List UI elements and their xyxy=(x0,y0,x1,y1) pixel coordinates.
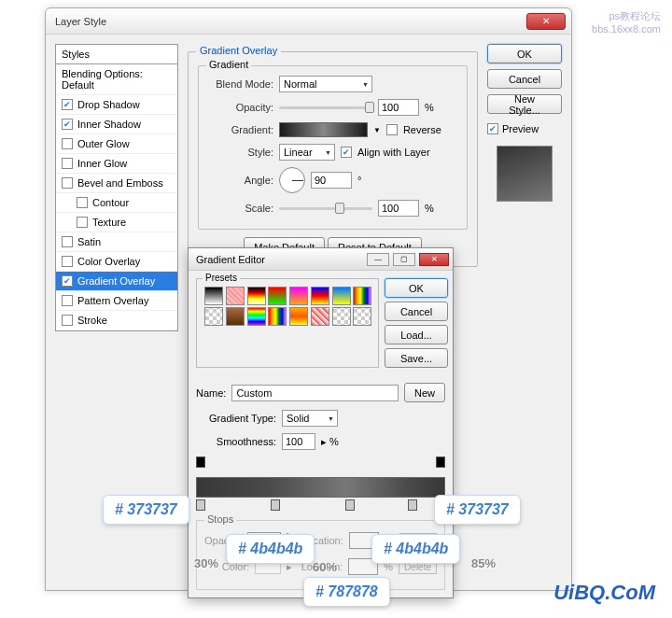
callout-color-1: # 373737 xyxy=(103,495,189,525)
styles-list: Blending Options: Default ✔Drop Shadow ✔… xyxy=(55,64,178,331)
checkbox-icon[interactable] xyxy=(62,158,73,169)
style-inner-glow[interactable]: Inner Glow xyxy=(56,154,177,174)
checkbox-icon[interactable] xyxy=(77,197,88,208)
scale-label: Scale: xyxy=(208,203,273,214)
new-style-button[interactable]: New Style... xyxy=(487,94,562,114)
style-outer-glow[interactable]: Outer Glow xyxy=(56,134,177,154)
close-button[interactable]: ✕ xyxy=(526,13,566,30)
ok-button[interactable]: OK xyxy=(487,44,562,63)
preset-swatch[interactable] xyxy=(332,307,351,326)
preset-swatch[interactable] xyxy=(204,287,223,305)
checkbox-icon[interactable] xyxy=(62,256,73,267)
preset-swatch[interactable] xyxy=(289,287,308,305)
opacity-stop[interactable] xyxy=(436,456,445,468)
style-color-overlay[interactable]: Color Overlay xyxy=(56,252,177,272)
preset-swatch[interactable] xyxy=(353,307,371,326)
reverse-checkbox[interactable] xyxy=(386,124,398,135)
preset-swatch[interactable] xyxy=(247,307,266,326)
style-gradient-overlay[interactable]: ✔Gradient Overlay xyxy=(56,272,177,291)
preset-swatch[interactable] xyxy=(268,287,287,305)
ge-ok-button[interactable]: OK xyxy=(385,278,448,298)
type-select[interactable]: Solid xyxy=(282,410,338,427)
opacity-slider[interactable] xyxy=(279,106,372,109)
gradient-label: Gradient: xyxy=(208,124,273,135)
checkbox-icon[interactable]: ✔ xyxy=(62,119,73,130)
logo: UiBQ.CoM xyxy=(553,581,655,605)
pct-85: 85% xyxy=(471,556,496,570)
checkbox-icon[interactable] xyxy=(62,295,73,306)
preset-swatch[interactable] xyxy=(247,287,266,305)
name-input[interactable] xyxy=(231,385,399,401)
scale-slider[interactable] xyxy=(279,207,372,210)
ge-save-button[interactable]: Save... xyxy=(385,348,448,368)
blend-mode-select[interactable]: Normal xyxy=(279,76,372,92)
style-texture[interactable]: Texture xyxy=(56,213,177,232)
style-contour[interactable]: Contour xyxy=(56,193,177,213)
style-label: Style: xyxy=(208,147,273,158)
gradient-swatch[interactable] xyxy=(279,122,368,137)
callout-color-5: # 787878 xyxy=(303,577,390,607)
preset-swatch[interactable] xyxy=(268,307,287,326)
scale-input[interactable] xyxy=(378,200,419,217)
ge-close-button[interactable]: ✕ xyxy=(419,253,449,266)
preset-swatch[interactable] xyxy=(353,287,371,305)
style-pattern-overlay[interactable]: Pattern Overlay xyxy=(56,291,177,311)
checkbox-icon[interactable]: ✔ xyxy=(62,275,73,287)
type-label: Gradient Type: xyxy=(196,413,276,424)
style-stroke[interactable]: Stroke xyxy=(56,311,177,330)
color-stop[interactable] xyxy=(408,499,417,511)
preset-swatch[interactable] xyxy=(289,307,308,326)
checkbox-icon[interactable] xyxy=(77,217,88,228)
checkbox-icon[interactable]: ✔ xyxy=(62,99,73,110)
style-select[interactable]: Linear xyxy=(279,144,335,161)
dropdown-icon[interactable]: ▼ xyxy=(373,126,381,134)
style-bevel-emboss[interactable]: Bevel and Emboss xyxy=(56,174,177,193)
checkbox-icon[interactable] xyxy=(62,177,73,189)
align-checkbox[interactable]: ✔ xyxy=(341,147,352,158)
preset-swatch[interactable] xyxy=(332,287,351,305)
gradient-bar[interactable] xyxy=(196,477,445,498)
preset-swatch[interactable] xyxy=(204,307,223,326)
ge-new-button[interactable]: New xyxy=(404,383,445,402)
ge-load-button[interactable]: Load... xyxy=(385,325,448,344)
angle-dial[interactable] xyxy=(279,167,305,193)
minimize-button[interactable]: — xyxy=(367,253,389,266)
color-stops[interactable] xyxy=(196,499,445,513)
ge-titlebar[interactable]: Gradient Editor — ▢ ✕ xyxy=(189,248,453,271)
gradient-overlay-group: Gradient Overlay Gradient Blend Mode: No… xyxy=(188,51,478,267)
checkbox-icon[interactable] xyxy=(62,236,73,247)
color-stop[interactable] xyxy=(271,499,280,511)
styles-header[interactable]: Styles xyxy=(55,44,178,64)
style-satin[interactable]: Satin xyxy=(56,232,177,252)
group-title: Gradient Overlay xyxy=(196,45,281,56)
style-inner-shadow[interactable]: ✔Inner Shadow xyxy=(56,115,177,134)
cancel-button[interactable]: Cancel xyxy=(487,69,562,89)
style-blending-options[interactable]: Blending Options: Default xyxy=(56,64,177,95)
blend-mode-label: Blend Mode: xyxy=(208,78,273,90)
color-stop[interactable] xyxy=(345,499,355,511)
smooth-input[interactable] xyxy=(282,433,315,450)
smooth-label: Smoothness: xyxy=(196,436,276,447)
maximize-button[interactable]: ▢ xyxy=(393,253,415,266)
opacity-label: Opacity: xyxy=(208,102,273,113)
checkbox-icon[interactable] xyxy=(62,315,73,326)
preview-checkbox[interactable]: ✔ xyxy=(487,123,498,134)
style-drop-shadow[interactable]: ✔Drop Shadow xyxy=(56,95,177,115)
presets-group: Presets xyxy=(196,278,379,368)
opacity-stop[interactable] xyxy=(196,456,205,468)
preset-swatch[interactable] xyxy=(226,287,245,305)
preset-swatch[interactable] xyxy=(311,287,329,305)
gradient-subgroup: Gradient Blend Mode: Normal Opacity: % G… xyxy=(198,65,468,230)
preset-swatch[interactable] xyxy=(226,307,245,326)
callout-color-2: # 373737 xyxy=(434,495,521,525)
callout-color-4: # 4b4b4b xyxy=(371,534,460,564)
ge-cancel-button[interactable]: Cancel xyxy=(385,302,448,321)
opacity-input[interactable] xyxy=(378,99,419,116)
checkbox-icon[interactable] xyxy=(62,138,73,149)
name-label: Name: xyxy=(196,387,226,399)
preset-swatch[interactable] xyxy=(311,307,329,326)
titlebar[interactable]: Layer Style ✕ xyxy=(46,8,571,35)
opacity-stops[interactable] xyxy=(196,456,445,470)
angle-input[interactable] xyxy=(311,172,352,189)
color-stop[interactable] xyxy=(196,499,205,511)
